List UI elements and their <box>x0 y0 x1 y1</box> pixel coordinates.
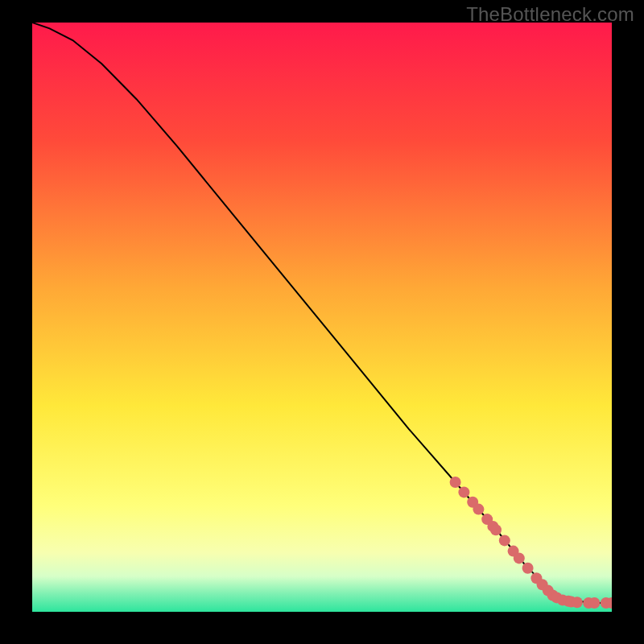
scatter-point <box>450 477 461 488</box>
scatter-point <box>490 524 502 535</box>
scatter-point <box>572 597 583 608</box>
scatter-point <box>499 535 510 546</box>
scatter-point <box>522 563 534 574</box>
scatter-point <box>473 504 484 515</box>
chart-frame: TheBottleneck.com <box>0 0 644 644</box>
watermark-text: TheBottleneck.com <box>466 3 634 26</box>
chart-background <box>32 23 612 612</box>
scatter-point <box>588 597 600 609</box>
chart-svg <box>32 23 612 612</box>
scatter-point <box>514 552 525 564</box>
scatter-point <box>458 486 469 497</box>
plot-area <box>32 23 612 612</box>
